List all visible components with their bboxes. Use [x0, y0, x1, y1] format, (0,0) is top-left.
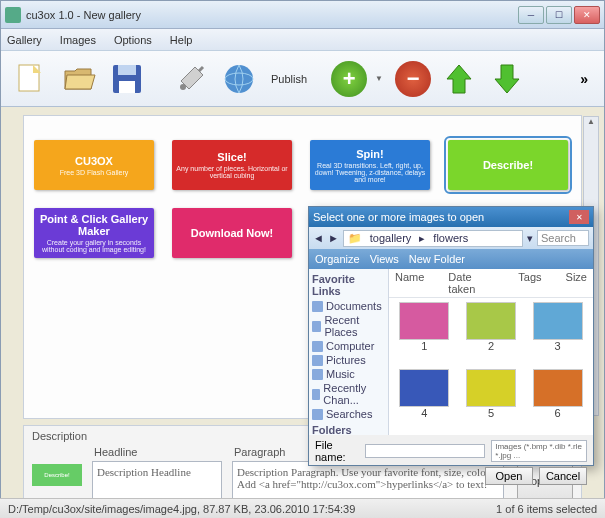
headline-label: Headline: [94, 446, 222, 458]
breadcrumb[interactable]: 📁 togallery ▸ flowers: [343, 230, 523, 247]
publish-button[interactable]: [219, 59, 259, 99]
file-thumbnail[interactable]: 2: [460, 302, 523, 365]
headline-input[interactable]: [92, 461, 222, 501]
publish-label: Publish: [271, 73, 307, 85]
window-titlebar: cu3ox 1.0 - New gallery ─ ☐ ✕: [1, 1, 604, 29]
menu-images[interactable]: Images: [60, 34, 96, 46]
file-thumbnail[interactable]: 1: [393, 302, 456, 365]
dialog-titlebar: Select one or more images to open ✕: [309, 207, 593, 227]
menu-help[interactable]: Help: [170, 34, 193, 46]
nav-fwd-icon[interactable]: ►: [328, 232, 339, 244]
col-size[interactable]: Size: [566, 271, 587, 295]
dialog-toolbar: Organize Views New Folder: [309, 249, 593, 269]
newfolder-button[interactable]: New Folder: [409, 253, 465, 265]
svg-point-5: [225, 65, 253, 93]
column-headers[interactable]: Name Date taken Tags Size: [389, 269, 593, 298]
col-date[interactable]: Date taken: [448, 271, 494, 295]
add-button[interactable]: +: [331, 61, 367, 97]
views-button[interactable]: Views: [370, 253, 399, 265]
dialog-nav: ◄ ► 📁 togallery ▸ flowers ▾ Search: [309, 227, 593, 249]
cancel-button[interactable]: Cancel: [539, 467, 587, 485]
file-thumbnail[interactable]: 5: [460, 369, 523, 432]
sidebar-header: Favorite Links: [312, 273, 385, 297]
file-thumbnail[interactable]: 3: [526, 302, 589, 365]
gallery-thumbnail[interactable]: Download Now!: [172, 208, 292, 258]
toolbar: Publish + ▼ − »: [1, 51, 604, 107]
col-tags[interactable]: Tags: [518, 271, 541, 295]
svg-rect-3: [119, 81, 135, 93]
settings-button[interactable]: [171, 59, 211, 99]
save-button[interactable]: [107, 59, 147, 99]
sidebar-item[interactable]: Computer: [312, 340, 385, 352]
menu-options[interactable]: Options: [114, 34, 152, 46]
add-dropdown-icon[interactable]: ▼: [375, 74, 387, 83]
open-button[interactable]: [59, 59, 99, 99]
file-open-dialog: Select one or more images to open ✕ ◄ ► …: [308, 206, 594, 466]
minimize-button[interactable]: ─: [518, 6, 544, 24]
gallery-thumbnail[interactable]: Point & Click Gallery MakerCreate your g…: [34, 208, 154, 258]
move-down-button[interactable]: [487, 59, 527, 99]
col-name[interactable]: Name: [395, 271, 424, 295]
app-icon: [5, 7, 21, 23]
open-button[interactable]: Open: [485, 467, 533, 485]
close-button[interactable]: ✕: [574, 6, 600, 24]
gallery-thumbnail[interactable]: Slice!Any number of pieces. Horizontal o…: [172, 140, 292, 190]
maximize-button[interactable]: ☐: [546, 6, 572, 24]
sidebar-item[interactable]: Recently Chan...: [312, 382, 385, 406]
dialog-close-button[interactable]: ✕: [569, 210, 589, 224]
gallery-thumbnail[interactable]: CU3OXFree 3D Flash Gallery: [34, 140, 154, 190]
dialog-sidebar: Favorite Links DocumentsRecent PlacesCom…: [309, 269, 389, 435]
move-up-button[interactable]: [439, 59, 479, 99]
nav-back-icon[interactable]: ◄: [313, 232, 324, 244]
dialog-title: Select one or more images to open: [313, 211, 484, 223]
gallery-thumbnail[interactable]: Describe!: [448, 140, 568, 190]
svg-rect-2: [118, 65, 136, 75]
remove-button[interactable]: −: [395, 61, 431, 97]
file-thumbnail[interactable]: 4: [393, 369, 456, 432]
description-thumbnail: Describe!: [32, 464, 82, 486]
file-grid: 123456: [389, 298, 593, 435]
organize-button[interactable]: Organize: [315, 253, 360, 265]
filename-input[interactable]: [365, 444, 485, 458]
toolbar-more-icon[interactable]: »: [580, 71, 588, 87]
filetype-filter[interactable]: Images (*.bmp *.dib *.rle *.jpg ...: [491, 440, 587, 462]
menubar: Gallery Images Options Help: [1, 29, 604, 51]
new-button[interactable]: [11, 59, 51, 99]
folders-header[interactable]: Folders: [312, 424, 385, 436]
dialog-footer: File name: Images (*.bmp *.dib *.rle *.j…: [309, 435, 593, 489]
gallery-thumbnail[interactable]: Spin!Real 3D transitions. Left, right, u…: [310, 140, 430, 190]
svg-point-4: [180, 84, 186, 90]
window-title: cu3ox 1.0 - New gallery: [26, 9, 518, 21]
status-left: D:/Temp/cu3ox/site/images/image4.jpg, 87…: [8, 503, 355, 515]
sidebar-item[interactable]: Documents: [312, 300, 385, 312]
status-right: 1 of 6 items selected: [496, 503, 597, 515]
sidebar-item[interactable]: Searches: [312, 408, 385, 420]
crumb-2[interactable]: flowers: [433, 232, 468, 245]
file-thumbnail[interactable]: 6: [526, 369, 589, 432]
sidebar-item[interactable]: Pictures: [312, 354, 385, 366]
statusbar: D:/Temp/cu3ox/site/images/image4.jpg, 87…: [0, 498, 605, 518]
sidebar-item[interactable]: Recent Places: [312, 314, 385, 338]
search-input[interactable]: Search: [537, 230, 589, 246]
sidebar-item[interactable]: Music: [312, 368, 385, 380]
filename-label: File name:: [315, 439, 359, 463]
menu-gallery[interactable]: Gallery: [7, 34, 42, 46]
crumb-1[interactable]: togallery: [370, 232, 412, 245]
